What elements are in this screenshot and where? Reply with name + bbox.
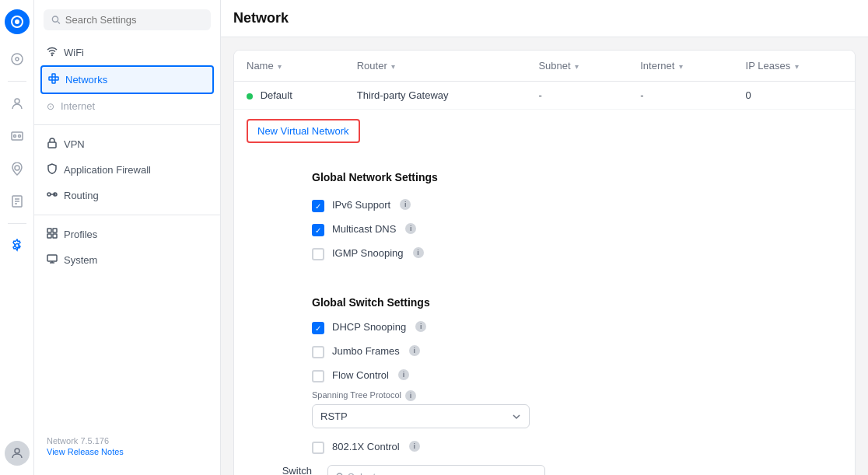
- dhcp-snooping-checkbox[interactable]: ✓: [312, 322, 324, 334]
- profiles-icon: [47, 228, 58, 241]
- col-internet[interactable]: Internet ▾: [628, 51, 733, 82]
- sidebar-item-system[interactable]: System: [34, 247, 220, 273]
- new-virtual-network-button[interactable]: New Virtual Network: [247, 119, 360, 143]
- flow-control-label: Flow Control: [332, 369, 389, 381]
- name-sort-icon: ▾: [278, 62, 282, 71]
- col-ip-leases[interactable]: IP Leases ▾: [733, 51, 855, 82]
- svg-rect-29: [47, 234, 51, 238]
- ipv6-info-icon[interactable]: i: [400, 199, 411, 210]
- sidebar-item-firewall[interactable]: Application Firewall: [34, 157, 220, 183]
- row-internet-cell: -: [628, 82, 733, 110]
- page-header: Network: [221, 0, 868, 37]
- dhcp-snooping-row: ✓ DHCP Snooping i: [234, 318, 855, 337]
- stp-info-icon[interactable]: i: [405, 390, 416, 401]
- svg-point-4: [15, 99, 19, 103]
- sidebar-item-internet[interactable]: ⊙ Internet: [34, 94, 220, 118]
- dhcp-snooping-info-icon[interactable]: i: [415, 321, 426, 332]
- svg-point-8: [15, 166, 19, 170]
- 8021x-control-checkbox[interactable]: [312, 442, 324, 454]
- switch-exclusions-select[interactable]: Select: [327, 465, 545, 475]
- svg-rect-19: [55, 77, 58, 80]
- nav-icon-devices[interactable]: [3, 122, 31, 150]
- jumbo-frames-checkbox[interactable]: [312, 346, 324, 358]
- jumbo-frames-label: Jumbo Frames: [332, 345, 400, 357]
- igmp-snooping-checkbox[interactable]: [312, 248, 324, 260]
- svg-point-6: [13, 135, 16, 138]
- nav-icon-dashboard[interactable]: [3, 45, 31, 73]
- switch-exclusions-row: Switch Exclusions i Select: [234, 462, 855, 475]
- firewall-label: Application Firewall: [64, 164, 151, 176]
- nav-icon-reports[interactable]: [3, 187, 31, 215]
- row-name-cell: Default: [234, 82, 345, 110]
- svg-rect-30: [53, 234, 57, 238]
- search-input[interactable]: [65, 14, 203, 26]
- stp-dropdown[interactable]: RSTP: [312, 404, 530, 428]
- ipv6-support-row: ✓ IPv6 Support i: [234, 196, 855, 215]
- sidebar-item-wifi[interactable]: WiFi: [34, 40, 220, 65]
- 8021x-control-row: 802.1X Control i: [234, 438, 855, 457]
- page-title: Network: [233, 10, 289, 26]
- svg-point-2: [12, 54, 23, 65]
- release-notes-link[interactable]: View Release Notes: [47, 447, 208, 456]
- jumbo-frames-info-icon[interactable]: i: [409, 345, 420, 356]
- multicast-dns-row: ✓ Multicast DNS i: [234, 220, 855, 239]
- app-logo: [5, 9, 30, 34]
- col-name[interactable]: Name ▾: [234, 51, 345, 82]
- dhcp-snooping-label: DHCP Snooping: [332, 321, 406, 333]
- network-table: Name ▾ Router ▾ Subnet ▾ Internet ▾: [234, 51, 855, 110]
- ipv6-support-checkbox[interactable]: ✓: [312, 200, 324, 212]
- user-avatar[interactable]: [5, 441, 30, 466]
- 8021x-control-label: 802.1X Control: [332, 441, 400, 452]
- sidebar-item-routing[interactable]: Routing: [34, 183, 220, 208]
- networks-icon: [48, 73, 59, 86]
- igmp-snooping-info-icon[interactable]: i: [413, 247, 424, 258]
- select-chevron-icon: [527, 473, 537, 476]
- table-row: Default Third-party Gateway - - 0: [234, 82, 855, 110]
- select-placeholder: Select: [348, 471, 376, 475]
- internet-sort-icon: ▾: [679, 62, 683, 71]
- svg-rect-27: [47, 229, 51, 232]
- search-box[interactable]: [44, 9, 211, 30]
- svg-point-15: [52, 16, 58, 22]
- status-dot: [247, 93, 253, 100]
- svg-point-1: [15, 19, 19, 24]
- nav-icon-location[interactable]: [3, 155, 31, 183]
- main-content: Network Name ▾ Router ▾ Subnet ▾: [221, 0, 868, 475]
- sidebar-item-profiles[interactable]: Profiles: [34, 222, 220, 247]
- col-subnet[interactable]: Subnet ▾: [526, 51, 628, 82]
- multicast-dns-info-icon[interactable]: i: [405, 223, 416, 234]
- svg-point-3: [16, 58, 19, 61]
- routing-icon: [47, 189, 58, 202]
- wifi-label: WiFi: [64, 47, 84, 58]
- multicast-dns-checkbox[interactable]: ✓: [312, 224, 324, 236]
- sidebar-footer: Network 7.5.176 View Release Notes: [34, 427, 220, 466]
- svg-rect-28: [53, 229, 57, 232]
- vpn-label: VPN: [64, 138, 85, 150]
- vpn-icon: [47, 138, 58, 151]
- svg-point-25: [47, 193, 51, 196]
- sidebar-item-vpn[interactable]: VPN: [34, 131, 220, 157]
- global-switch-settings: Global Switch Settings ✓ DHCP Snooping i…: [234, 268, 855, 475]
- global-network-settings-title: Global Network Settings: [234, 171, 855, 196]
- nav-icon-users[interactable]: [3, 89, 31, 117]
- nav-icon-settings[interactable]: [3, 232, 31, 260]
- stp-label: Spanning Tree Protocol i: [234, 390, 855, 404]
- row-router-cell: Third-party Gateway: [345, 82, 527, 110]
- sidebar-item-networks[interactable]: Networks: [40, 65, 214, 94]
- global-network-settings: Global Network Settings ✓ IPv6 Support i…: [234, 155, 855, 264]
- flow-control-info-icon[interactable]: i: [398, 369, 409, 380]
- sidebar-divider-2: [34, 215, 220, 215]
- 8021x-info-icon[interactable]: i: [409, 441, 420, 452]
- switch-exclusions-label: Switch Exclusions i: [247, 465, 312, 475]
- row-ip-leases-cell: 0: [733, 82, 855, 110]
- col-router[interactable]: Router ▾: [345, 51, 527, 82]
- flow-control-checkbox[interactable]: [312, 370, 324, 382]
- svg-rect-21: [52, 80, 55, 83]
- sidebar-divider-1: [34, 124, 220, 125]
- system-icon: [47, 253, 58, 267]
- jumbo-frames-row: Jumbo Frames i: [234, 342, 855, 361]
- search-icon: [51, 15, 61, 25]
- stp-chevron-icon: [512, 412, 521, 421]
- svg-point-14: [15, 449, 19, 453]
- svg-line-16: [58, 22, 60, 24]
